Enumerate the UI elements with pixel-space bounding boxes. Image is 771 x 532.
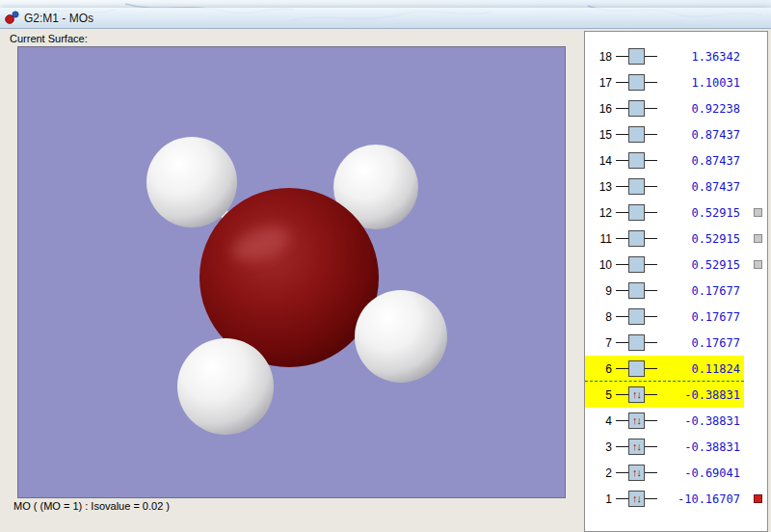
mo-occupancy-box[interactable] xyxy=(628,48,645,65)
mo-occupancy-box[interactable]: ↑↓ xyxy=(628,439,645,455)
mo-energy-value: 0.92238 xyxy=(661,102,744,116)
mo-energy-value: -0.38831 xyxy=(661,388,744,402)
mo-level-row-17[interactable]: 171.10031 xyxy=(585,69,767,95)
mo-level-row-1[interactable]: 1↑↓-10.16707 xyxy=(585,486,767,512)
mo-energy-value: -0.69041 xyxy=(661,466,744,480)
hydrogen-atom[interactable] xyxy=(177,338,274,435)
mo-level-number: 10 xyxy=(589,258,612,272)
mo-occupancy-box[interactable]: ↑↓ xyxy=(628,465,645,481)
mo-occupancy-box[interactable] xyxy=(628,360,645,377)
mo-level-number: 14 xyxy=(589,154,612,168)
spin-down-arrow-icon: ↓ xyxy=(637,441,642,452)
mo-level-line xyxy=(645,134,657,135)
hydrogen-atom[interactable] xyxy=(355,290,447,383)
mo-level-line xyxy=(645,108,657,109)
client-area: Current Surface: xyxy=(0,29,771,532)
mo-occupancy-box[interactable] xyxy=(628,204,645,221)
mo-level-row-16[interactable]: 160.92238 xyxy=(585,95,767,121)
mo-level-number: 13 xyxy=(589,180,612,194)
mo-occupancy-box[interactable]: ↑↓ xyxy=(628,412,645,429)
mo-level-line xyxy=(645,56,657,57)
mo-level-number: 1 xyxy=(589,492,612,506)
mo-level-line xyxy=(616,212,628,213)
mo-occupancy-box[interactable] xyxy=(628,74,645,91)
mo-level-line xyxy=(616,342,628,343)
mo-occupancy-box[interactable]: ↑↓ xyxy=(628,386,645,403)
mo-level-number: 17 xyxy=(589,76,612,90)
mo-occupancy-box[interactable] xyxy=(628,100,645,117)
mo-level-line xyxy=(645,290,657,291)
mo-level-line xyxy=(616,134,628,135)
mo-level-line xyxy=(616,160,628,161)
mo-occupancy-box[interactable]: ↑↓ xyxy=(628,491,645,507)
mo-level-line xyxy=(616,394,628,395)
mo-energy-value: -0.38831 xyxy=(661,414,744,428)
mo-level-line xyxy=(616,238,628,239)
mo-level-row-main: 80.17677 xyxy=(585,304,744,330)
mo-surface-marker xyxy=(754,234,762,243)
mo-level-row-3[interactable]: 3↑↓-0.38831 xyxy=(585,434,767,460)
mo-energy-value: 0.52915 xyxy=(661,232,744,246)
mo-level-number: 3 xyxy=(589,440,612,454)
mo-level-row-main: 110.52915 xyxy=(585,226,744,252)
mo-level-row-7[interactable]: 70.17677 xyxy=(585,330,767,356)
mo-level-row-main: 160.92238 xyxy=(585,95,744,121)
mo-energy-value: 0.52915 xyxy=(661,206,744,220)
mo-surface-marker xyxy=(754,208,762,217)
mo-level-number: 8 xyxy=(589,310,612,324)
hydrogen-atom[interactable] xyxy=(146,137,237,227)
mo-level-line xyxy=(616,498,628,499)
mo-occupancy-box[interactable] xyxy=(628,126,645,143)
mo-level-line xyxy=(645,472,657,473)
app-window: G2:M1 - MOs Current Surface: xyxy=(0,8,771,532)
mo-level-row-main: 5↑↓-0.38831 xyxy=(585,382,744,408)
mo-level-row-13[interactable]: 130.87437 xyxy=(585,173,767,200)
mo-level-row-6[interactable]: 60.11824 xyxy=(585,356,767,382)
mo-occupancy-box[interactable] xyxy=(628,334,645,351)
mo-level-row-9[interactable]: 90.17677 xyxy=(585,278,767,304)
mo-occupancy-box[interactable] xyxy=(628,282,645,299)
mo-level-row-main: 60.11824 xyxy=(585,356,744,382)
mo-level-row-5[interactable]: 5↑↓-0.38831 xyxy=(585,382,767,408)
mo-level-row-8[interactable]: 80.17677 xyxy=(585,304,767,330)
mo-energy-value: 1.36342 xyxy=(661,50,744,64)
molecule-viewport[interactable] xyxy=(17,46,566,498)
mo-level-row-14[interactable]: 140.87437 xyxy=(585,147,767,173)
mo-level-line xyxy=(616,186,628,187)
mo-level-line xyxy=(645,82,657,83)
mo-level-list: 181.36342171.10031160.92238150.87437140.… xyxy=(585,32,767,512)
mo-level-line xyxy=(616,316,628,317)
mo-level-row-main: 3↑↓-0.38831 xyxy=(585,434,744,460)
mo-level-row-18[interactable]: 181.36342 xyxy=(585,43,767,69)
mo-energy-value: 0.17677 xyxy=(661,284,744,298)
mo-level-line xyxy=(616,82,628,83)
spin-down-arrow-icon: ↓ xyxy=(637,415,642,426)
mo-occupancy-box[interactable] xyxy=(628,152,645,169)
mo-level-line xyxy=(616,472,628,473)
mo-level-row-main: 120.52915 xyxy=(585,200,744,226)
mo-level-row-15[interactable]: 150.87437 xyxy=(585,121,767,147)
mo-level-line xyxy=(645,420,657,421)
window-title: G2:M1 - MOs xyxy=(24,12,93,25)
mo-occupancy-box[interactable] xyxy=(628,178,645,195)
mo-level-number: 4 xyxy=(589,414,612,428)
mo-level-line xyxy=(645,264,657,265)
mo-level-row-12[interactable]: 120.52915 xyxy=(585,200,767,226)
mo-occupancy-box[interactable] xyxy=(628,308,645,325)
mo-level-number: 9 xyxy=(589,284,612,298)
mo-energy-value: 0.87437 xyxy=(661,154,744,168)
mo-surface-marker xyxy=(754,494,762,503)
mo-level-row-2[interactable]: 2↑↓-0.69041 xyxy=(585,460,767,486)
mo-occupancy-box[interactable] xyxy=(628,256,645,273)
mo-occupancy-box[interactable] xyxy=(628,230,645,247)
mo-level-number: 11 xyxy=(589,232,612,246)
window-titlebar[interactable]: G2:M1 - MOs xyxy=(0,8,771,29)
mo-level-line xyxy=(645,446,657,447)
spin-down-arrow-icon: ↓ xyxy=(637,493,642,504)
mo-level-row-10[interactable]: 100.52915 xyxy=(585,252,767,278)
spin-down-arrow-icon: ↓ xyxy=(637,467,642,478)
mo-level-line xyxy=(616,56,628,57)
mo-level-row-4[interactable]: 4↑↓-0.38831 xyxy=(585,408,767,434)
current-surface-label: Current Surface: xyxy=(10,33,88,44)
mo-level-row-11[interactable]: 110.52915 xyxy=(585,226,767,252)
